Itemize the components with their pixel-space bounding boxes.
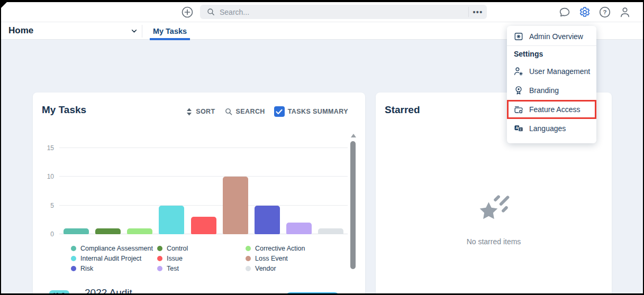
search-icon	[206, 7, 215, 16]
task-status-badge: FIELDWORK	[285, 292, 340, 293]
card-search-label: SEARCH	[236, 108, 265, 115]
bar-control[interactable]	[95, 228, 121, 234]
legend-label: Corrective Action	[255, 245, 305, 252]
active-tab-indicator	[150, 38, 190, 40]
tab-separator	[142, 25, 142, 38]
chevron-down-icon	[130, 26, 139, 35]
window-corner-artifact	[1, 2, 7, 8]
chart-legend: Compliance AssessmentControlCorrective A…	[71, 244, 305, 273]
tasks-summary-label: TASKS SUMMARY	[288, 108, 348, 115]
legend-item-risk: Risk	[71, 264, 157, 273]
y-tick-label-10: 10	[41, 173, 54, 180]
legend-label: Issue	[167, 255, 183, 262]
gear-icon	[578, 6, 591, 19]
svg-text:?: ?	[603, 9, 606, 15]
legend-item-corrective-action: Corrective Action	[246, 244, 305, 253]
tab-my-tasks-label: My Tasks	[153, 27, 187, 35]
legend-label: Control	[167, 245, 188, 252]
legend-dot	[157, 266, 162, 271]
legend-item-control: Control	[157, 244, 246, 253]
page: ••• ?	[1, 2, 643, 293]
legend-label: Internal Audit Project	[80, 255, 141, 262]
legend-label: Vendor	[255, 265, 276, 272]
starred-empty-text: No starred items	[376, 237, 612, 246]
card-search-button[interactable]: SEARCH	[224, 107, 265, 116]
settings-button[interactable]	[578, 6, 591, 19]
topbar-actions: ?	[558, 6, 631, 19]
legend-dot	[71, 246, 76, 251]
y-tick-label-15: 15	[41, 144, 54, 152]
app-window: ••• ?	[0, 0, 644, 295]
bar-compliance-assessment[interactable]	[64, 228, 89, 234]
tasks-summary-toggle[interactable]: TASKS SUMMARY	[274, 106, 348, 117]
chat-bubble-icon	[558, 6, 571, 19]
bar-risk[interactable]	[255, 206, 280, 234]
chat-button[interactable]	[558, 6, 571, 19]
menu-item-feature-access[interactable]: Feature Access	[507, 100, 596, 119]
search-input[interactable]	[215, 5, 468, 19]
tasks-summary-checkbox[interactable]	[274, 106, 285, 117]
legend-label: Risk	[80, 265, 93, 272]
feature-access-icon	[513, 104, 524, 115]
sort-button[interactable]: SORT	[186, 108, 215, 116]
y-tick-label-0: 0	[41, 231, 54, 238]
branding-icon	[513, 85, 524, 96]
admin-overview-icon	[513, 31, 524, 42]
user-icon	[619, 6, 631, 19]
legend-label: Compliance Assessment	[80, 245, 153, 252]
legend-dot	[246, 246, 251, 251]
bar-vendor[interactable]	[318, 228, 343, 234]
legend-item-vendor: Vendor	[246, 264, 305, 273]
legend-dot	[157, 246, 162, 251]
tab-my-tasks[interactable]: My Tasks	[150, 22, 190, 40]
create-button[interactable]	[181, 6, 194, 19]
menu-item-label: Feature Access	[529, 105, 580, 114]
home-dropdown[interactable]: Home	[8, 22, 139, 39]
starred-title: Starred	[385, 104, 420, 116]
legend-dot	[246, 256, 251, 261]
legend-label: Loss Event	[255, 255, 288, 262]
task-id-badge: IA-3	[49, 290, 69, 293]
bar-internal-audit-project[interactable]	[159, 206, 184, 234]
bar-test[interactable]	[286, 223, 312, 234]
bar-corrective-action[interactable]	[127, 228, 152, 234]
menu-item-admin-overview[interactable]: Admin Overview	[507, 27, 596, 45]
tasks-bar-chart: 051015	[59, 143, 348, 234]
bar-series	[64, 143, 343, 234]
legend-dot	[157, 256, 162, 261]
home-label: Home	[8, 25, 33, 36]
scrollbar-thumb[interactable]	[350, 141, 356, 269]
bar-issue[interactable]	[191, 217, 216, 234]
sort-icon	[186, 108, 193, 116]
bar-loss-event[interactable]	[223, 177, 248, 234]
help-button[interactable]: ?	[598, 6, 611, 19]
settings-section-header: Settings	[507, 46, 596, 62]
languages-icon: A 文	[513, 123, 524, 134]
menu-item-languages[interactable]: A 文 Languages	[507, 119, 596, 138]
legend-item-loss-event: Loss Event	[246, 254, 305, 263]
search-options-button[interactable]: •••	[469, 5, 487, 19]
y-tick-label-5: 5	[41, 202, 54, 209]
task-list-item[interactable]: IA-3 2022 Audit Assigned to me onDec 7th…	[33, 284, 365, 293]
my-tasks-controls: SORT SEARCH	[186, 106, 348, 117]
legend-item-test: Test	[157, 264, 246, 273]
search-icon	[224, 107, 233, 116]
user-profile-button[interactable]	[619, 6, 631, 19]
plus-circle-icon	[181, 6, 194, 19]
user-management-icon	[513, 66, 524, 77]
menu-item-label: Admin Overview	[529, 32, 583, 41]
scroll-up-arrow-icon[interactable]	[351, 134, 356, 137]
help-icon: ?	[598, 6, 611, 19]
menu-item-label: Languages	[529, 124, 566, 133]
task-title: 2022 Audit	[85, 287, 132, 293]
legend-item-compliance-assessment: Compliance Assessment	[71, 244, 157, 253]
legend-dot	[71, 256, 76, 261]
menu-item-label: Branding	[529, 86, 559, 95]
card-scrollbar[interactable]	[350, 134, 357, 287]
menu-item-user-management[interactable]: User Management	[507, 62, 596, 81]
topbar: ••• ?	[1, 2, 643, 22]
sort-label: SORT	[196, 108, 215, 115]
svg-text:文: 文	[519, 127, 522, 131]
menu-item-branding[interactable]: Branding	[507, 81, 596, 100]
check-icon	[276, 109, 283, 115]
